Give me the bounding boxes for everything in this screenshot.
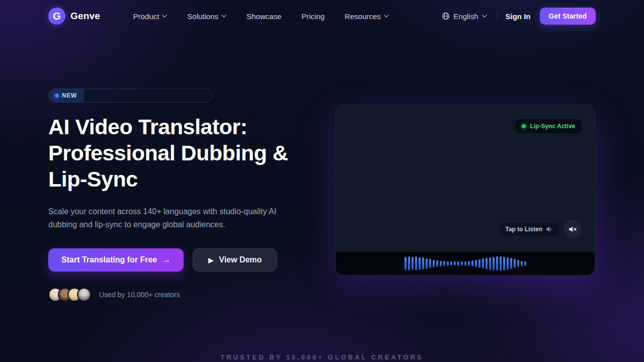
waveform-bar	[433, 260, 435, 267]
nav-menu: Product Solutions Showcase Pricing Resou…	[80, 12, 442, 21]
globe-icon	[442, 12, 450, 20]
avatar-group	[48, 288, 91, 302]
waveform-bar	[524, 261, 526, 266]
nav-item-resources[interactable]: Resources	[345, 12, 389, 21]
lip-sync-status-label: Lip-Sync Active	[530, 123, 575, 130]
waveform-bar	[468, 261, 470, 266]
trusted-by-text: TRUSTED BY 10,000+ GLOBAL CREATORS	[0, 353, 644, 361]
sign-in-link[interactable]: Sign In	[506, 12, 531, 21]
waveform-bar	[510, 258, 512, 269]
nav-item-product[interactable]: Product	[133, 12, 168, 21]
social-proof-text: Used by 10,000+ creators	[99, 291, 180, 299]
start-translating-label: Start Translating for Free	[61, 255, 157, 264]
get-started-button[interactable]: Get Started	[540, 8, 596, 25]
audio-waveform-strip	[336, 252, 595, 275]
nav-item-label: Pricing	[301, 12, 325, 21]
waveform-bar	[478, 259, 480, 268]
waveform-bar	[436, 260, 438, 267]
video-preview-card[interactable]: Lip-Sync Active Tap to Listen	[335, 105, 595, 276]
waveform-bar	[426, 258, 428, 269]
mute-toggle-button[interactable]	[564, 220, 582, 238]
waveform-bar	[412, 257, 414, 270]
waveform-bar	[447, 261, 449, 266]
new-chip: NEW	[49, 89, 84, 102]
chevron-down-icon	[221, 15, 226, 18]
waveform-bar	[450, 261, 452, 265]
title-line: AI Video Translator:	[48, 115, 247, 139]
arrow-right-icon: →	[162, 255, 171, 265]
lip-sync-status-badge: Lip-Sync Active	[515, 119, 582, 133]
view-demo-button[interactable]: ▶ View Demo	[193, 248, 277, 272]
view-demo-label: View Demo	[219, 255, 262, 264]
waveform-bar	[507, 257, 509, 270]
listen-controls: Tap to Listen	[500, 220, 582, 238]
language-selector[interactable]: English	[442, 12, 487, 21]
green-dot-icon	[522, 124, 526, 128]
title-line: Professional Dubbing &	[48, 141, 288, 165]
tap-to-listen-tooltip: Tap to Listen	[500, 223, 558, 236]
waveform[interactable]	[405, 256, 526, 271]
hero-description: Scale your content across 140+ languages…	[48, 205, 302, 231]
brand-logo-icon: G	[48, 8, 65, 25]
waveform-bar	[461, 261, 463, 265]
chevron-down-icon	[384, 15, 389, 18]
language-label: English	[453, 12, 478, 21]
waveform-bar	[443, 261, 445, 266]
waveform-bar	[486, 258, 488, 269]
divider	[496, 12, 497, 21]
waveform-bar	[440, 261, 442, 266]
nav-item-pricing[interactable]: Pricing	[301, 12, 325, 21]
speaker-icon	[546, 226, 553, 232]
new-chip-label: NEW	[62, 92, 77, 99]
waveform-bar	[408, 256, 410, 270]
chevron-down-icon	[482, 15, 487, 18]
landing-page: G Genve Product Solutions Showcase Prici…	[0, 0, 644, 362]
nav-actions: English Sign In Get Started	[442, 8, 596, 25]
title-line: Lip-Sync	[48, 167, 138, 191]
avatar	[77, 288, 91, 302]
nav-item-solutions[interactable]: Solutions	[187, 12, 226, 21]
waveform-bar	[471, 260, 473, 266]
waveform-bar	[405, 257, 407, 270]
announcement-ticker: #1 New Product on the Lip-Sync Market	[89, 101, 212, 103]
waveform-bar	[496, 256, 498, 270]
waveform-bar	[464, 261, 466, 266]
waveform-bar	[489, 257, 491, 270]
nav-item-label: Solutions	[187, 12, 218, 21]
nav-item-label: Resources	[345, 12, 381, 21]
waveform-bar	[475, 260, 477, 267]
waveform-bar	[514, 259, 516, 268]
waveform-bar	[429, 259, 431, 268]
waveform-bar	[500, 256, 502, 271]
start-translating-button[interactable]: Start Translating for Free →	[48, 248, 184, 272]
waveform-bar	[454, 261, 456, 265]
waveform-bar	[493, 257, 495, 270]
waveform-bar	[415, 256, 417, 270]
nav-item-label: Product	[133, 12, 159, 21]
social-proof: Used by 10,000+ creators	[48, 288, 596, 302]
chevron-down-icon	[162, 15, 167, 18]
speaker-muted-icon	[569, 226, 577, 233]
blue-dot-icon	[55, 94, 59, 98]
tap-to-listen-label: Tap to Listen	[505, 226, 542, 233]
waveform-bar	[503, 257, 505, 270]
announcement-badge[interactable]: NEW #1 New Product on the Lip-Sync Marke…	[48, 88, 212, 103]
nav-item-label: Showcase	[247, 12, 281, 21]
waveform-bar	[419, 257, 421, 270]
nav-item-showcase[interactable]: Showcase	[247, 12, 281, 21]
play-icon: ▶	[208, 256, 213, 264]
waveform-bar	[422, 257, 424, 269]
waveform-bar	[521, 261, 523, 266]
navbar: G Genve Product Solutions Showcase Prici…	[0, 0, 644, 32]
waveform-bar	[457, 261, 459, 266]
waveform-bar	[482, 258, 484, 268]
waveform-bar	[517, 260, 519, 267]
